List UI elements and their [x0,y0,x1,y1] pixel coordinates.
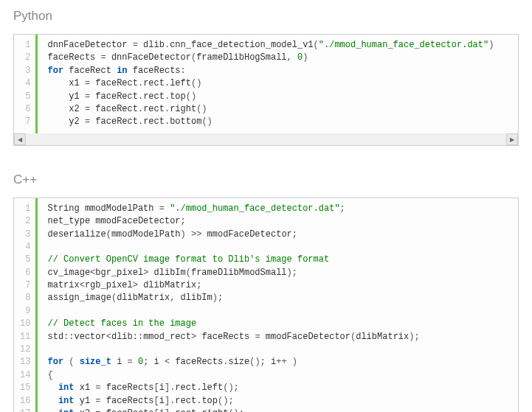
code-line: 10// Detect faces in the image [14,318,494,330]
line-number: 9 [14,305,36,318]
code-scroll-area[interactable]: 1dnnFaceDetector = dlib.cnn_face_detecti… [14,35,518,133]
code-line: 6 x2 = faceRect.rect.right() [14,103,494,116]
line-number: 4 [14,241,36,254]
code-line: 5 y1 = faceRect.rect.top() [14,91,494,103]
code-table-cpp: 1String mmodModelPath = "./mmod_human_fa… [14,198,494,412]
line-number: 16 [14,395,36,408]
code-line: 12 [14,343,494,356]
scroll-right-icon[interactable]: ▶ [506,133,518,145]
code-line: 4 x1 = faceRect.rect.left() [14,77,494,90]
code-line: 2net_type mmodFaceDetector; [14,215,494,228]
line-number: 7 [14,116,36,133]
code-content [36,305,494,318]
code-content: // Detect faces in the image [36,318,494,330]
code-content: dnnFaceDetector = dlib.cnn_face_detectio… [36,35,494,52]
code-content: for ( size_t i = 0; i < faceRects.size()… [36,356,494,369]
code-content: String mmodModelPath = "./mmod_human_fac… [36,198,494,215]
code-content: y2 = faceRect.rect.bottom() [36,116,494,133]
line-number: 10 [14,318,36,330]
code-line: 15 int x1 = faceRects[i].rect.left(); [14,382,494,394]
line-number: 4 [14,77,36,90]
line-number: 2 [14,215,36,228]
code-content: int x1 = faceRects[i].rect.left(); [36,382,494,394]
code-line: 13for ( size_t i = 0; i < faceRects.size… [14,356,494,369]
code-line: 3deserialize(mmodModelPath) >> mmodFaceD… [14,228,494,241]
line-number: 7 [14,279,36,292]
code-line: 5// Convert OpenCV image format to Dlib'… [14,254,494,266]
scroll-track[interactable] [26,133,506,145]
cpp-section: C++ 1String mmodModelPath = "./mmod_huma… [13,172,519,412]
line-number: 14 [14,369,36,382]
code-line: 9 [14,305,494,318]
code-content: for faceRect in faceRects: [36,65,494,77]
code-line: 3for faceRect in faceRects: [14,65,494,77]
code-block-cpp: 1String mmodModelPath = "./mmod_human_fa… [13,198,519,412]
code-line: 7 y2 = faceRect.rect.bottom() [14,116,494,133]
horizontal-scrollbar[interactable]: ◀ ▶ [14,133,518,145]
code-content: faceRects = dnnFaceDetector(frameDlibHog… [36,52,494,64]
code-line: 4 [14,241,494,254]
code-scroll-area[interactable]: 1String mmodModelPath = "./mmod_human_fa… [14,198,518,412]
section-title-python: Python [13,9,519,24]
code-content: cv_image<bgr_pixel> dlibIm(frameDlibMmod… [36,267,494,279]
line-number: 8 [14,292,36,304]
code-line: 2faceRects = dnnFaceDetector(frameDlibHo… [14,52,494,64]
code-content: net_type mmodFaceDetector; [36,215,494,228]
code-content: assign_image(dlibMatrix, dlibIm); [36,292,494,304]
line-number: 1 [14,35,36,52]
line-number: 12 [14,343,36,356]
code-content: y1 = faceRect.rect.top() [36,91,494,103]
line-number: 15 [14,382,36,394]
line-number: 6 [14,267,36,279]
code-content: // Convert OpenCV image format to Dlib's… [36,254,494,266]
line-number: 13 [14,356,36,369]
line-number: 5 [14,91,36,103]
code-content [36,241,494,254]
code-line: 1String mmodModelPath = "./mmod_human_fa… [14,198,494,215]
code-line: 11std::vector<dlib::mmod_rect> faceRects… [14,331,494,343]
code-line: 14{ [14,369,494,382]
line-number: 1 [14,198,36,215]
code-content: int x2 = faceRects[i].rect.right(); [36,408,494,412]
line-number: 6 [14,103,36,116]
code-content: x2 = faceRect.rect.right() [36,103,494,116]
line-number: 2 [14,52,36,64]
code-line: 16 int y1 = faceRects[i].rect.top(); [14,395,494,408]
code-line: 8assign_image(dlibMatrix, dlibIm); [14,292,494,304]
scroll-left-icon[interactable]: ◀ [14,133,26,145]
python-section: Python 1dnnFaceDetector = dlib.cnn_face_… [13,9,519,146]
code-content: { [36,369,494,382]
code-content [36,343,494,356]
code-content: std::vector<dlib::mmod_rect> faceRects =… [36,331,494,343]
code-line: 7matrix<rgb_pixel> dlibMatrix; [14,279,494,292]
code-line: 6cv_image<bgr_pixel> dlibIm(frameDlibMmo… [14,267,494,279]
line-number: 3 [14,65,36,77]
line-number: 5 [14,254,36,266]
section-title-cpp: C++ [13,172,519,187]
line-number: 17 [14,408,36,412]
line-number: 3 [14,228,36,241]
code-table-python: 1dnnFaceDetector = dlib.cnn_face_detecti… [14,35,494,133]
code-content: x1 = faceRect.rect.left() [36,77,494,90]
code-content: matrix<rgb_pixel> dlibMatrix; [36,279,494,292]
code-content: deserialize(mmodModelPath) >> mmodFaceDe… [36,228,494,241]
code-block-python: 1dnnFaceDetector = dlib.cnn_face_detecti… [13,34,519,146]
line-number: 11 [14,331,36,343]
code-content: int y1 = faceRects[i].rect.top(); [36,395,494,408]
code-line: 1dnnFaceDetector = dlib.cnn_face_detecti… [14,35,494,52]
code-line: 17 int x2 = faceRects[i].rect.right(); [14,408,494,412]
